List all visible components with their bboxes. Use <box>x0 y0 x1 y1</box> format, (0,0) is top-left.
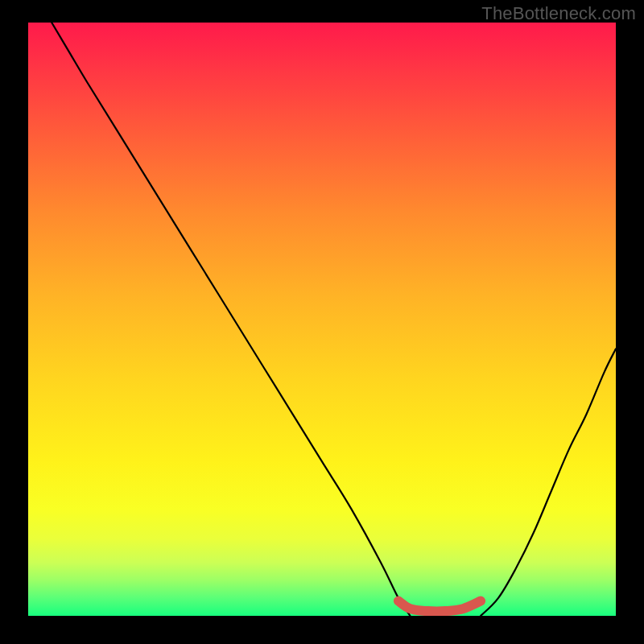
optimal-range-marker <box>398 601 481 612</box>
bottleneck-curve-right <box>481 349 616 616</box>
chart-frame: TheBottleneck.com <box>0 0 644 644</box>
bottleneck-curve-left <box>52 23 410 616</box>
plot-area <box>28 23 616 616</box>
watermark-text: TheBottleneck.com <box>481 3 636 24</box>
curve-svg <box>28 23 616 616</box>
